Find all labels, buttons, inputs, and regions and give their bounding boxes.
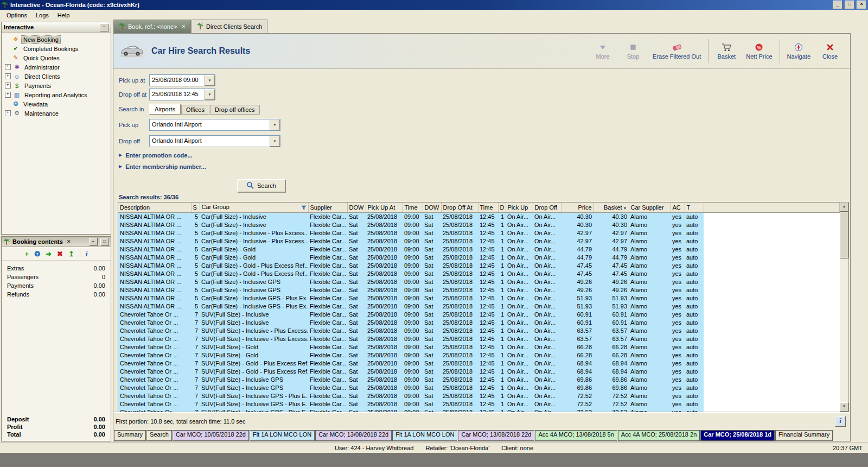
result-row[interactable]: Chevrolet Tahoe Or ...7SUV(Full Size) - … (118, 343, 840, 351)
column-header-drop-off[interactable]: Drop Off (533, 203, 561, 213)
result-row[interactable]: Chevrolet Tahoe Or ...7SUV(Full Size) - … (118, 408, 840, 412)
menu-logs[interactable]: Logs (31, 11, 53, 20)
segment-tab-acc-4a-mco-13-08-2018-5n[interactable]: Acc 4A MCO; 13/08/2018 5n (535, 430, 617, 441)
result-row[interactable]: NISSAN ALTIMA OR ...5Car(Full Size) - Go… (118, 270, 840, 278)
panel-collapse-button[interactable]: − (100, 23, 108, 31)
result-row[interactable]: NISSAN ALTIMA OR ...5Car(Full Size) - In… (118, 221, 840, 229)
segment-tab-car-mco-13-08-2018-22d[interactable]: Car MCO; 13/08/2018 22d (458, 430, 534, 441)
promotion-code-expander[interactable]: ▶ Enter promotion code... (119, 151, 850, 159)
maximize-button[interactable]: □ (845, 1, 854, 9)
booking-restore-button[interactable]: □ (100, 238, 109, 246)
segment-tab-flt-1a-lon-mco-lon[interactable]: Flt 1A LON MCO LON (250, 430, 315, 441)
add-icon[interactable]: + (25, 250, 29, 257)
search-button[interactable]: Search (237, 179, 285, 192)
result-row[interactable]: NISSAN ALTIMA OR ...5Car(Full Size) - In… (118, 286, 840, 294)
expand-plus-icon[interactable]: + (5, 83, 11, 89)
segment-tab-summary[interactable]: Summary (114, 430, 146, 441)
sidebar-item-viewdata[interactable]: ❂Viewdata (2, 99, 111, 109)
result-row[interactable]: Chevrolet Tahoe Or ...7SUV(Full Size) - … (118, 392, 840, 400)
close-window-button[interactable]: ✕ (857, 1, 866, 9)
result-row[interactable]: NISSAN ALTIMA OR ...5Car(Full Size) - In… (118, 294, 840, 302)
result-row[interactable]: NISSAN ALTIMA OR ...5Car(Full Size) - Go… (118, 262, 840, 270)
segment-tab-flt-1a-lon-mco-lon[interactable]: Flt 1A LON MCO LON (392, 430, 457, 441)
to-basket-icon[interactable]: ➜ (46, 250, 52, 257)
sidebar-item-administrator[interactable]: +✱Administrator (2, 62, 111, 72)
result-row[interactable]: Chevrolet Tahoe Or ...7SUV(Full Size) - … (118, 351, 840, 359)
column-header-price[interactable]: Price (561, 203, 593, 213)
result-row[interactable]: Chevrolet Tahoe Or ...7SUV(Full Size) - … (118, 335, 840, 343)
stop-button[interactable]: Stop (618, 41, 648, 61)
menu-help[interactable]: Help (53, 11, 74, 20)
expand-plus-icon[interactable]: + (5, 64, 11, 70)
scrollbar-track[interactable] (840, 212, 848, 402)
result-row[interactable]: NISSAN ALTIMA OR ...5Car(Full Size) - In… (118, 229, 840, 237)
dropoff-location-combo[interactable]: Orlando Intl Airport ▼ (149, 135, 280, 147)
column-header-car-group[interactable]: Car Group (200, 203, 308, 213)
scrollbar-thumb[interactable] (840, 212, 848, 258)
result-row[interactable]: NISSAN ALTIMA OR ...5Car(Full Size) - Go… (118, 254, 840, 262)
segment-tab-search[interactable]: Search (146, 430, 172, 441)
segment-tab-car-mco-25-08-2018-1d[interactable]: Car MCO; 25/08/2018 1d (700, 430, 775, 441)
search-in-tab-offices[interactable]: Offices (181, 105, 209, 115)
dropoff-dropdown-icon[interactable]: ▼ (270, 136, 280, 147)
dropoff-at-dropdown-icon[interactable]: ▼ (205, 89, 215, 100)
result-row[interactable]: NISSAN ALTIMA OR ...5Car(Full Size) - In… (118, 302, 840, 311)
expand-plus-icon[interactable]: + (5, 73, 11, 79)
world-icon[interactable]: ❂ (34, 250, 40, 257)
sidebar-item-maintenance[interactable]: +⚙Maintenance (2, 109, 111, 118)
dropoff-at-combo[interactable]: 25/08/2018 12:45 ▼ (149, 89, 215, 100)
info-icon[interactable]: i (86, 250, 88, 257)
column-header-s[interactable]: S (191, 203, 200, 213)
result-row[interactable]: Chevrolet Tahoe Or ...7SUV(Full Size) - … (118, 400, 840, 408)
membership-number-expander[interactable]: ▶ Enter membership number... (119, 162, 850, 171)
column-header-t[interactable]: T (685, 203, 704, 213)
segment-tab-financial-summary[interactable]: Financial Summary (775, 430, 833, 441)
result-row[interactable]: Chevrolet Tahoe Or ...7SUV(Full Size) - … (118, 384, 840, 392)
more-button[interactable]: More (588, 41, 617, 61)
result-row[interactable]: Chevrolet Tahoe Or ...7SUV(Full Size) - … (118, 327, 840, 335)
menu-options[interactable]: Options (2, 11, 31, 20)
result-row[interactable]: NISSAN ALTIMA OR ...5Car(Full Size) - In… (118, 278, 840, 286)
scroll-up-icon[interactable]: ▲ (840, 203, 848, 212)
sidebar-item-completed-bookings[interactable]: ✔Completed Bookings (2, 44, 111, 53)
scroll-down-icon[interactable]: ▼ (840, 402, 848, 412)
sidebar-item-reporting-and-analytics[interactable]: +▥Reporting and Analytics (2, 90, 111, 99)
column-header-drop-off-at[interactable]: Drop Off At (441, 203, 478, 213)
search-in-tab-airports[interactable]: Airports (149, 104, 181, 115)
basket-button[interactable]: Basket (712, 41, 741, 61)
column-header-pick-up-at[interactable]: Pick Up At (366, 203, 403, 213)
info-button[interactable]: i (835, 416, 846, 427)
sidebar-item-direct-clients[interactable]: +☺Direct Clients (2, 72, 111, 81)
navigate-button[interactable]: Navigate (783, 41, 814, 61)
segment-tab-acc-4a-mco-25-08-2018-2n[interactable]: Acc 4A MCO; 25/08/2018 2n (618, 430, 700, 441)
column-header-dow[interactable]: DOW (347, 203, 366, 213)
doc-tab-direct-clients-search[interactable]: Direct Clients Search (192, 20, 267, 33)
column-header-basket[interactable]: Basket▼ (593, 203, 629, 213)
result-row[interactable]: Chevrolet Tahoe Or ...7SUV(Full Size) - … (118, 359, 840, 368)
booking-minimize-button[interactable]: − (89, 238, 98, 246)
pickup-dropdown-icon[interactable]: ▼ (270, 119, 280, 130)
column-header-ac[interactable]: AC (671, 203, 685, 213)
column-header-time[interactable]: Time (403, 203, 423, 213)
result-row[interactable]: Chevrolet Tahoe Or ...7SUV(Full Size) - … (118, 319, 840, 327)
column-header-description[interactable]: Description (118, 203, 191, 213)
result-row[interactable]: NISSAN ALTIMA OR ...5Car(Full Size) - In… (118, 213, 840, 222)
column-header-dow[interactable]: DOW (423, 203, 441, 213)
pickup-at-combo[interactable]: 25/08/2018 09:00 ▼ (149, 74, 215, 86)
column-header-d[interactable]: D (498, 203, 506, 213)
filter-funnel-icon[interactable] (301, 205, 307, 211)
expand-plus-icon[interactable]: + (5, 92, 11, 98)
search-in-tab-drop-off-offices[interactable]: Drop off offices (210, 105, 260, 115)
result-row[interactable]: Chevrolet Tahoe Or ...7SUV(Full Size) - … (118, 368, 840, 376)
erase-filtered-out-button[interactable]: Erase Filtered Out (649, 41, 705, 61)
result-row[interactable]: NISSAN ALTIMA OR ...5Car(Full Size) - In… (118, 237, 840, 245)
table-vertical-scrollbar[interactable]: ▲ ▼ (840, 202, 849, 412)
result-row[interactable]: NISSAN ALTIMA OR ...5Car(Full Size) - Go… (118, 245, 840, 254)
move-up-icon[interactable]: ↥ (68, 250, 74, 257)
segment-tab-car-mco-13-08-2018-22d[interactable]: Car MCO; 13/08/2018 22d (315, 430, 392, 441)
sidebar-item-quick-quotes[interactable]: ✎Quick Quotes (2, 53, 111, 62)
segment-tab-car-mco-10-05-2018-22d[interactable]: Car MCO; 10/05/2018 22d (173, 430, 249, 441)
minimize-button[interactable]: _ (833, 1, 843, 9)
column-header-supplier[interactable]: Supplier (308, 203, 347, 213)
doc-tab-book-ref-none[interactable]: Book. ref.: <none>✕ (113, 20, 191, 33)
